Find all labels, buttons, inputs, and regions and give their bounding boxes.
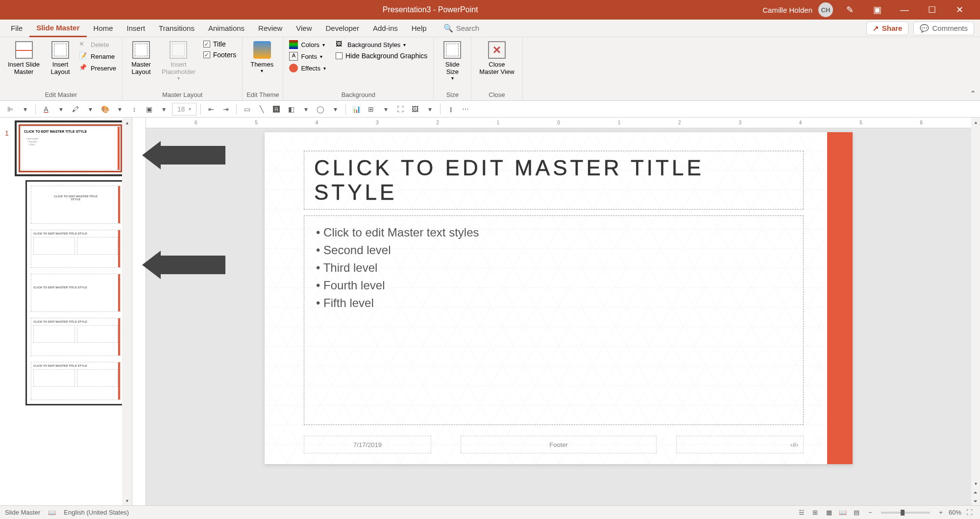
line-button[interactable]: ╲ bbox=[255, 103, 268, 116]
distribute-button[interactable]: ⫿ bbox=[444, 103, 457, 116]
share-button[interactable]: ↗ Share bbox=[866, 22, 909, 35]
layout-thumbnail-2[interactable]: CLICK TO EDIT MASTER TITLE STYLE bbox=[31, 230, 121, 268]
layout-thumbnail-1[interactable]: CLICK TO EDIT MASTER TITLESTYLE bbox=[31, 186, 121, 224]
zoom-slider[interactable] bbox=[881, 512, 930, 514]
tab-insert[interactable]: Insert bbox=[120, 20, 152, 37]
shape-fill-button[interactable]: 🎨 bbox=[98, 103, 111, 116]
zoom-in-button[interactable]: + bbox=[935, 507, 947, 519]
close-master-view-button[interactable]: × Close Master View bbox=[475, 39, 518, 77]
font-color-button[interactable]: A bbox=[40, 103, 52, 116]
spell-check-icon[interactable]: 📖 bbox=[48, 509, 56, 516]
master-thumbnail[interactable]: 1 CLICK TO EDIT MASTER TITLE STYLE • tex… bbox=[15, 120, 126, 176]
layout-thumbnail-4[interactable]: CLICK TO EDIT MASTER TITLE STYLE bbox=[31, 318, 121, 356]
slide-number-placeholder[interactable]: ‹#› bbox=[676, 436, 804, 453]
table-dropdown[interactable]: ▾ bbox=[379, 103, 392, 116]
title-placeholder[interactable]: Click to edit Master title style bbox=[304, 151, 804, 210]
slide-size-button[interactable]: Slide Size ▾ bbox=[438, 39, 467, 83]
close-group-label: Close bbox=[475, 90, 518, 99]
layout-thumbnail-3[interactable]: CLICK TO EDIT MASTER TITLE STYLE bbox=[31, 274, 121, 312]
shapes-button[interactable]: ◧ bbox=[285, 103, 297, 116]
tab-view[interactable]: View bbox=[289, 20, 318, 37]
sorter-view-button[interactable]: ▦ bbox=[823, 507, 835, 519]
close-button[interactable]: ✕ bbox=[949, 0, 970, 20]
avatar[interactable]: CH bbox=[818, 2, 833, 17]
layout-thumbnail-5[interactable]: CLICK TO EDIT MASTER TITLE STYLE bbox=[31, 362, 121, 400]
highlight-dropdown[interactable]: ▾ bbox=[84, 103, 97, 116]
increase-indent-button[interactable]: ⇥ bbox=[220, 103, 232, 116]
themes-button[interactable]: Themes ▾ bbox=[246, 39, 277, 75]
rectangle-button[interactable]: ▭ bbox=[241, 103, 253, 116]
background-styles-button[interactable]: 🖼 Background Styles ▾ bbox=[334, 39, 429, 50]
tab-animations[interactable]: Animations bbox=[201, 20, 251, 37]
align-dropdown[interactable]: ▾ bbox=[19, 103, 31, 116]
tab-home[interactable]: Home bbox=[87, 20, 120, 37]
slideshow-button[interactable]: ▤ bbox=[851, 507, 862, 519]
insert-layout-button[interactable]: Insert Layout bbox=[46, 39, 75, 77]
circle-button[interactable]: ◯ bbox=[314, 103, 327, 116]
arrange-button[interactable]: ▣ bbox=[143, 103, 155, 116]
align-button[interactable]: ⊫ bbox=[4, 103, 17, 116]
textbox-button[interactable]: 🅰 bbox=[270, 103, 283, 116]
next-slide-icon[interactable]: ⏷ bbox=[971, 496, 980, 505]
sort-button[interactable]: ↕ bbox=[128, 103, 141, 116]
maximize-button[interactable]: ☐ bbox=[921, 0, 943, 20]
colors-button[interactable]: Colors ▾ bbox=[287, 39, 328, 50]
shape-fill-dropdown[interactable]: ▾ bbox=[113, 103, 126, 116]
body-placeholder[interactable]: Click to edit Master text styles Second … bbox=[304, 215, 804, 425]
date-placeholder[interactable]: 7/17/2019 bbox=[304, 436, 431, 453]
footer-placeholder[interactable]: Footer bbox=[461, 436, 657, 453]
tab-file[interactable]: File bbox=[4, 20, 29, 37]
chart-button[interactable]: 📊 bbox=[350, 103, 363, 116]
ribbon-display-icon[interactable]: ▣ bbox=[866, 0, 888, 20]
preserve-button[interactable]: 📌 Preserve bbox=[77, 63, 118, 73]
shapes-dropdown[interactable]: ▾ bbox=[299, 103, 312, 116]
zoom-level[interactable]: 60% bbox=[949, 509, 961, 516]
picture-button[interactable]: 🖼 bbox=[409, 103, 421, 116]
normal-view-button[interactable]: ⊞ bbox=[809, 507, 821, 519]
thumbnail-scrollbar[interactable]: ▴ ▾ bbox=[122, 118, 132, 505]
title-checkbox[interactable] bbox=[203, 41, 210, 47]
delete-button[interactable]: ✕ Delete bbox=[77, 39, 118, 50]
crop-button[interactable]: ⛶ bbox=[394, 103, 407, 116]
more-button[interactable]: ⋯ bbox=[459, 103, 472, 116]
table-button[interactable]: ⊞ bbox=[365, 103, 377, 116]
tab-developer[interactable]: Developer bbox=[319, 20, 366, 37]
scroll-up-icon[interactable]: ▴ bbox=[971, 118, 980, 126]
circle-dropdown[interactable]: ▾ bbox=[329, 103, 342, 116]
tab-review[interactable]: Review bbox=[251, 20, 289, 37]
font-color-dropdown[interactable]: ▾ bbox=[54, 103, 67, 116]
tab-slide-master[interactable]: Slide Master bbox=[29, 20, 86, 37]
scroll-down-button[interactable]: ▾ bbox=[122, 495, 132, 505]
scroll-up-button[interactable]: ▴ bbox=[122, 118, 132, 127]
tab-help[interactable]: Help bbox=[405, 20, 434, 37]
master-layout-button[interactable]: Master Layout bbox=[126, 39, 156, 77]
tab-addins[interactable]: Add-ins bbox=[366, 20, 405, 37]
fonts-button[interactable]: A Fonts ▾ bbox=[287, 51, 328, 62]
rename-button[interactable]: 📝 Rename bbox=[77, 51, 118, 62]
search-input[interactable] bbox=[456, 24, 505, 32]
status-language[interactable]: English (United States) bbox=[64, 509, 129, 516]
picture-dropdown[interactable]: ▾ bbox=[423, 103, 436, 116]
notes-button[interactable]: ☱ bbox=[796, 507, 808, 519]
zoom-out-button[interactable]: − bbox=[864, 507, 876, 519]
comments-button[interactable]: 💬 Comments bbox=[913, 22, 974, 35]
collapse-ribbon-button[interactable]: ⌃ bbox=[970, 89, 976, 98]
scroll-down-icon[interactable]: ▾ bbox=[971, 479, 980, 488]
editor-scrollbar[interactable]: ▴ ▾ ⏶ ⏷ bbox=[971, 118, 980, 505]
prev-slide-icon[interactable]: ⏶ bbox=[971, 488, 980, 496]
slide-canvas[interactable]: Click to edit Master title style Click t… bbox=[265, 132, 853, 464]
reading-view-button[interactable]: 📖 bbox=[837, 507, 849, 519]
footers-checkbox[interactable] bbox=[203, 51, 210, 58]
insert-placeholder-button[interactable]: Insert Placeholder ▾ bbox=[158, 39, 199, 83]
highlight-button[interactable]: 🖍 bbox=[69, 103, 82, 116]
fit-window-button[interactable]: ⛶ bbox=[963, 507, 975, 519]
drawing-icon[interactable]: ✎ bbox=[839, 0, 860, 20]
font-size-input[interactable]: 18 ▾ bbox=[172, 103, 196, 116]
arrange-dropdown[interactable]: ▾ bbox=[157, 103, 170, 116]
insert-slide-master-button[interactable]: Insert Slide Master bbox=[4, 39, 44, 77]
effects-button[interactable]: Effects ▾ bbox=[287, 63, 328, 73]
tab-transitions[interactable]: Transitions bbox=[152, 20, 201, 37]
hide-bg-checkbox[interactable] bbox=[336, 52, 343, 59]
decrease-indent-button[interactable]: ⇤ bbox=[205, 103, 218, 116]
minimize-button[interactable]: — bbox=[894, 0, 915, 20]
